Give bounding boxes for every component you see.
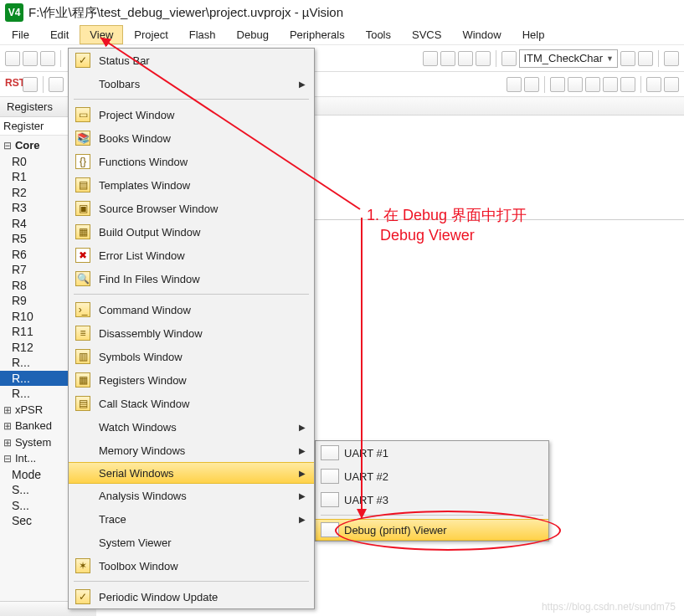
menu-item-memory-windows[interactable]: Memory Windows	[69, 439, 314, 462]
symbol-combo[interactable]: ITM_CheckChar▼	[519, 49, 618, 68]
tool-icon[interactable]	[23, 51, 38, 66]
tool-icon[interactable]	[501, 51, 517, 66]
menu-project[interactable]: Project	[124, 25, 177, 44]
tool-icon[interactable]	[49, 77, 64, 92]
tool-icon[interactable]	[550, 77, 565, 92]
collapse-icon[interactable]: ⊟	[3, 451, 12, 467]
tool-icon[interactable]	[524, 77, 539, 92]
callstack-icon: ▤	[75, 396, 90, 411]
tool-icon[interactable]	[585, 77, 600, 92]
tool-icon[interactable]	[423, 51, 438, 66]
cmd-icon: ›_	[75, 302, 90, 317]
tool-icon[interactable]	[23, 77, 38, 92]
tool-icon[interactable]	[620, 51, 635, 66]
template-icon: ▤	[75, 177, 90, 192]
uart-icon	[321, 469, 339, 484]
reset-icon[interactable]: RST	[5, 77, 20, 92]
menu-item-analysis-windows[interactable]: Analysis Windows	[69, 484, 314, 507]
serial-submenu: UART #1 UART #2 UART #3 Debug (printf) V…	[315, 440, 549, 542]
menu-item-toolbars[interactable]: Toolbars	[69, 72, 314, 95]
tool-icon[interactable]	[507, 77, 522, 92]
menu-item-registers-window[interactable]: ▦Registers Window	[69, 368, 314, 392]
expand-icon[interactable]: ⊞	[3, 435, 12, 451]
menu-item-callstack-window[interactable]: ▤Call Stack Window	[69, 392, 314, 415]
menu-window[interactable]: Window	[452, 25, 511, 44]
tool-icon[interactable]	[664, 77, 679, 92]
menu-item-trace[interactable]: Trace	[69, 507, 314, 531]
menu-help[interactable]: Help	[512, 25, 555, 44]
tool-icon[interactable]	[568, 77, 583, 92]
view-menu: ✓Status Bar Toolbars ▭Project Window 📚Bo…	[68, 48, 315, 609]
menu-view[interactable]: View	[80, 25, 123, 44]
tool-icon[interactable]	[620, 77, 635, 92]
check-icon: ✓	[75, 53, 90, 68]
menu-debug[interactable]: Debug	[227, 25, 279, 44]
toolbox-icon: ✶	[75, 558, 90, 573]
submenu-item-uart1[interactable]: UART #1	[316, 441, 548, 465]
chevron-down-icon: ▼	[606, 54, 614, 63]
tool-icon[interactable]	[646, 77, 661, 92]
uart-icon	[321, 492, 339, 507]
braces-icon: {}	[75, 154, 90, 169]
menu-item-toolbox-window[interactable]: ✶Toolbox Window	[69, 554, 314, 578]
symbol-combo-value: ITM_CheckChar	[523, 52, 603, 64]
separator	[640, 76, 641, 93]
error-icon: ✖	[75, 248, 90, 263]
menu-item-find-in-files[interactable]: 🔍Find In Files Window	[69, 267, 314, 290]
tool-icon[interactable]	[476, 51, 491, 66]
tool-icon[interactable]	[5, 51, 20, 66]
separator	[43, 76, 44, 93]
submenu-item-uart3[interactable]: UART #3	[316, 488, 548, 511]
menu-separator	[74, 99, 309, 100]
menu-tools[interactable]: Tools	[356, 25, 401, 44]
menu-item-disassembly-window[interactable]: ≡Disassembly Window	[69, 321, 314, 345]
menu-separator	[321, 515, 543, 516]
uart-icon	[321, 445, 339, 460]
menu-separator	[74, 294, 309, 295]
menu-item-command-window[interactable]: ›_Command Window	[69, 298, 314, 321]
check-icon: ✓	[75, 589, 90, 604]
find-icon: 🔍	[75, 271, 90, 286]
tool-icon[interactable]	[40, 51, 55, 66]
menu-item-functions-window[interactable]: {}Functions Window	[69, 150, 314, 173]
registers-icon: ▦	[75, 372, 90, 388]
menu-item-system-viewer[interactable]: System Viewer	[69, 531, 314, 554]
app-icon: V4	[5, 3, 23, 22]
menu-item-periodic-update[interactable]: ✓Periodic Window Update	[69, 585, 314, 608]
menubar: File Edit View Project Flash Debug Perip…	[0, 25, 684, 45]
submenu-item-uart2[interactable]: UART #2	[316, 465, 548, 488]
menu-item-watch-windows[interactable]: Watch Windows	[69, 415, 314, 439]
separator	[658, 50, 659, 67]
separator	[544, 76, 545, 93]
browser-icon: ▣	[75, 201, 90, 216]
menu-item-statusbar[interactable]: ✓Status Bar	[69, 49, 314, 72]
expand-icon[interactable]: ⊞	[3, 403, 12, 418]
menu-item-serial-windows[interactable]: Serial Windows	[69, 462, 314, 484]
menu-flash[interactable]: Flash	[179, 25, 226, 44]
menu-item-project-window[interactable]: ▭Project Window	[69, 103, 314, 126]
menu-item-error-list[interactable]: ✖Error List Window	[69, 244, 314, 267]
menu-item-symbols-window[interactable]: ▥Symbols Window	[69, 345, 314, 368]
tool-icon[interactable]	[458, 51, 473, 66]
tool-icon[interactable]	[638, 51, 653, 66]
tool-icon[interactable]	[440, 51, 455, 66]
printf-icon	[321, 522, 339, 537]
watermark: https://blog.csdn.net/sundm75	[542, 601, 676, 613]
menu-svcs[interactable]: SVCS	[402, 25, 451, 44]
separator	[60, 50, 61, 67]
menu-item-build-output[interactable]: ▦Build Output Window	[69, 220, 314, 244]
menu-edit[interactable]: Edit	[40, 25, 79, 44]
menu-peripherals[interactable]: Peripherals	[280, 25, 355, 44]
expand-icon[interactable]: ⊞	[3, 418, 12, 434]
submenu-item-debug-printf-viewer[interactable]: Debug (printf) Viewer	[316, 519, 548, 541]
menu-file[interactable]: File	[2, 25, 39, 44]
output-icon: ▦	[75, 224, 90, 239]
menu-item-templates-window[interactable]: ▤Templates Window	[69, 173, 314, 197]
menu-item-source-browser[interactable]: ▣Source Browser Window	[69, 197, 314, 220]
symbols-icon: ▥	[75, 349, 90, 364]
collapse-icon[interactable]: ⊟	[3, 138, 12, 154]
tool-icon[interactable]	[603, 77, 618, 92]
tool-icon[interactable]	[664, 51, 679, 66]
window-title: F:\作业\程序\test_debug_viewer\project.uvpro…	[28, 5, 343, 21]
menu-item-books-window[interactable]: 📚Books Window	[69, 126, 314, 150]
